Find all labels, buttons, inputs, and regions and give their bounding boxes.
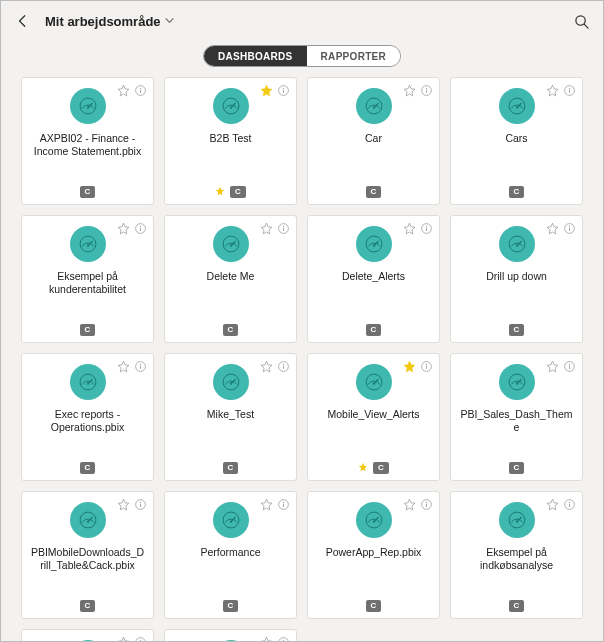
info-icon[interactable] — [134, 360, 147, 373]
svg-point-9 — [283, 88, 284, 89]
dashboard-gauge-icon — [70, 502, 106, 538]
dashboard-tile[interactable]: Eksempel på indkøbsanalyseC — [450, 491, 583, 619]
info-icon[interactable] — [134, 498, 147, 511]
favorite-star-icon[interactable] — [117, 498, 130, 511]
info-icon[interactable] — [420, 360, 433, 373]
classification-badge: C — [509, 462, 525, 474]
favorite-star-icon[interactable] — [546, 498, 559, 511]
info-icon[interactable] — [277, 636, 290, 642]
dashboard-tile[interactable]: PBI_Sales_Dash_ThemeC — [450, 353, 583, 481]
info-icon[interactable] — [563, 84, 576, 97]
tile-bottom-bar: C — [165, 462, 296, 474]
svg-point-0 — [575, 15, 584, 24]
info-icon[interactable] — [134, 84, 147, 97]
favorite-star-icon[interactable] — [260, 498, 273, 511]
dashboard-tile[interactable]: PowerApp_Rep.pbixC — [307, 491, 440, 619]
tab-dashboards[interactable]: DASHBOARDS — [204, 46, 307, 66]
dashboard-gauge-icon — [356, 502, 392, 538]
info-icon[interactable] — [277, 84, 290, 97]
classification-badge: C — [80, 600, 96, 612]
svg-point-45 — [569, 226, 570, 227]
tile-title: PBI_Sales_Dash_Theme — [457, 408, 576, 434]
svg-point-11 — [223, 98, 239, 114]
dashboard-tile[interactable]: Eksempel på kunderentabilitetC — [21, 215, 154, 343]
dashboard-tile[interactable]: AXPBI02 - Finance - Income Statement.pbi… — [21, 77, 154, 205]
svg-point-5 — [80, 98, 96, 114]
info-icon[interactable] — [563, 222, 576, 235]
tile-title: AXPBI02 - Finance - Income Statement.pbi… — [28, 132, 147, 158]
dashboard-tile[interactable]: CarC — [307, 77, 440, 205]
dashboard-tile[interactable]: PerformanceC — [164, 491, 297, 619]
svg-point-25 — [515, 107, 517, 109]
favorite-star-icon[interactable] — [403, 84, 416, 97]
svg-rect-58 — [283, 366, 284, 369]
svg-rect-64 — [426, 366, 427, 369]
favorite-star-icon[interactable] — [117, 222, 130, 235]
svg-point-53 — [80, 374, 96, 390]
dashboard-tile[interactable]: Delete MeC — [164, 215, 297, 343]
svg-point-7 — [86, 107, 88, 109]
dashboard-tile[interactable]: B2B TestC — [164, 77, 297, 205]
favorite-star-icon[interactable] — [403, 360, 416, 373]
dashboard-tile[interactable]: ReceivableC — [21, 629, 154, 642]
svg-point-93 — [569, 502, 570, 503]
dashboard-gauge-icon — [213, 88, 249, 124]
info-icon[interactable] — [563, 360, 576, 373]
info-icon[interactable] — [277, 222, 290, 235]
info-icon[interactable] — [563, 498, 576, 511]
svg-rect-46 — [569, 228, 570, 231]
svg-point-23 — [509, 98, 525, 114]
svg-point-41 — [366, 236, 382, 252]
favorite-star-icon[interactable] — [117, 360, 130, 373]
favorite-star-icon[interactable] — [403, 222, 416, 235]
favorite-star-icon[interactable] — [117, 84, 130, 97]
svg-point-33 — [283, 226, 284, 227]
favorite-star-icon[interactable] — [260, 84, 273, 97]
dashboard-tile[interactable]: PBIMobileDownloads_Drill_Table&Cack.pbix… — [21, 491, 154, 619]
classification-badge: C — [366, 324, 382, 336]
favorite-star-icon[interactable] — [403, 498, 416, 511]
info-icon[interactable] — [420, 84, 433, 97]
svg-point-17 — [366, 98, 382, 114]
dashboard-tile[interactable]: Sales_Cars_with_linkC — [164, 629, 297, 642]
favorite-star-icon[interactable] — [546, 360, 559, 373]
classification-badge: C — [223, 462, 239, 474]
favorite-star-icon[interactable] — [260, 360, 273, 373]
header-bar: Mit arbejdsområde — [1, 1, 603, 41]
svg-point-61 — [229, 383, 231, 385]
favorite-star-icon[interactable] — [117, 636, 130, 642]
favorite-star-icon[interactable] — [546, 84, 559, 97]
workspace-dropdown[interactable]: Mit arbejdsområde — [45, 14, 174, 29]
dashboard-tile[interactable]: Mike_TestC — [164, 353, 297, 481]
tile-bottom-bar: C — [22, 324, 153, 336]
info-icon[interactable] — [134, 222, 147, 235]
dashboard-tile[interactable]: Drill up downC — [450, 215, 583, 343]
classification-badge: C — [509, 186, 525, 198]
svg-point-85 — [229, 521, 231, 523]
svg-point-57 — [283, 364, 284, 365]
info-icon[interactable] — [420, 498, 433, 511]
favorite-star-icon[interactable] — [260, 636, 273, 642]
svg-rect-10 — [283, 90, 284, 93]
dashboard-tile[interactable]: CarsC — [450, 77, 583, 205]
favorite-star-icon[interactable] — [546, 222, 559, 235]
dashboard-gauge-icon — [499, 88, 535, 124]
search-button[interactable] — [571, 11, 591, 31]
info-icon[interactable] — [134, 636, 147, 642]
dashboard-grid: AXPBI02 - Finance - Income Statement.pbi… — [1, 77, 603, 642]
tab-reports[interactable]: RAPPORTER — [307, 46, 400, 66]
dashboard-tile[interactable]: Exec reports - Operations.pbixC — [21, 353, 154, 481]
info-icon[interactable] — [277, 498, 290, 511]
dashboard-tile[interactable]: Mobile_View_AlertsC — [307, 353, 440, 481]
tile-title: Delete Me — [205, 270, 257, 283]
back-button[interactable] — [13, 11, 33, 31]
info-icon[interactable] — [420, 222, 433, 235]
info-icon[interactable] — [277, 360, 290, 373]
tile-bottom-bar: C — [451, 324, 582, 336]
svg-rect-70 — [569, 366, 570, 369]
favorite-star-icon[interactable] — [260, 222, 273, 235]
svg-point-51 — [140, 364, 141, 365]
svg-point-13 — [229, 107, 231, 109]
dashboard-tile[interactable]: Delete_AlertsC — [307, 215, 440, 343]
svg-rect-76 — [140, 504, 141, 507]
